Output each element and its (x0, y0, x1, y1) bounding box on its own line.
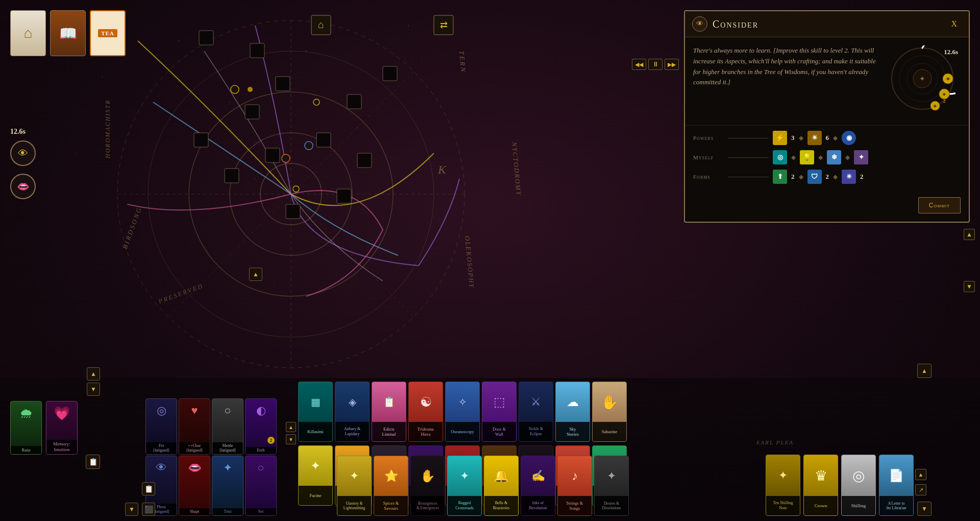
sabazine-card[interactable]: ✋ Sabazine (592, 382, 627, 442)
myself-icon-2: 💡 (800, 150, 814, 164)
cards-down-btn[interactable]: ▼ (286, 434, 296, 444)
consider-title: Consider (713, 18, 946, 30)
inks-label: Inks ofRevelation (521, 496, 555, 515)
sky-stories-card[interactable]: ☁ SkyStories (555, 382, 590, 442)
bells-card[interactable]: 🔔 Bells &Brazieries (484, 456, 519, 516)
svg-point-1 (148, 51, 434, 337)
edicts-card[interactable]: 📋 EdictsLiminal (372, 382, 406, 442)
main-up-nav-btn[interactable]: ▲ (964, 229, 975, 240)
chor-card[interactable]: ♥ ++Chor[fatigued] (179, 398, 210, 455)
bottom-left-4-cards-row2: 👁 Phost[fatigued] 👄 Shapt ✦ Trist ○ Fet (145, 456, 277, 516)
control-down-btn[interactable]: ▼ (87, 383, 100, 396)
svg-point-30 (305, 141, 313, 150)
action-slot-1[interactable]: 📋 (86, 455, 100, 469)
consider-body: There's always more to learn. [Improve t… (685, 37, 969, 125)
bottom-icon-btn[interactable]: 📋 (142, 482, 155, 495)
edicts-label: EdictsLiminal (372, 422, 406, 441)
crown-card[interactable]: ♛ Crown (803, 455, 838, 516)
fet-card[interactable]: ◎ Fet[fatigued] (145, 398, 177, 455)
main-down-nav-btn[interactable]: ▼ (964, 281, 975, 292)
left-scroll-up-btn[interactable]: ▲ (249, 268, 262, 281)
myself-row: Myself ◎ ◆ 💡 ◆ ❄ ◆ ✦ (693, 150, 961, 164)
svg-rect-13 (194, 133, 208, 147)
ereb-card[interactable]: ◐ Ereb 2 (245, 398, 277, 455)
strings-songs-card[interactable]: ♪ Strings &Songs (557, 456, 592, 516)
rewind-btn[interactable]: ◀◀ (632, 59, 646, 70)
letter-card[interactable]: 📄 A Letter tothe Librarian (879, 455, 914, 516)
ragged-crossroads-card[interactable]: ✦ RaggedCrossroads (447, 456, 482, 516)
scroll-down-btn[interactable]: ▼ (917, 502, 932, 516)
right-export-btn[interactable]: ↗ (915, 484, 926, 495)
power-icon-1: ⚡ (773, 131, 787, 145)
fet2-card[interactable]: ○ Fet (245, 456, 277, 516)
svg-rect-10 (250, 43, 264, 58)
anbary-card[interactable]: ◈ Anbary &Lapidary (335, 382, 370, 442)
myself-icon-4: ✦ (854, 150, 868, 164)
door-wall-card[interactable]: ⬚ Door &Wall (482, 382, 517, 442)
commit-button[interactable]: Commit (918, 197, 961, 214)
svg-text:PRESERVED: PRESERVED (157, 282, 205, 305)
svg-text:👁: 👁 (946, 77, 950, 82)
fucine-label: Fucine (299, 486, 332, 505)
ouranoscopy-label: Ouranoscopy (446, 422, 479, 441)
consider-timer: 12.6s (944, 48, 958, 56)
sabazine-label: Sabazine (593, 422, 626, 441)
card-tea[interactable]: TEA (90, 10, 126, 56)
chor-label: ++Chor[fatigued] (179, 442, 210, 454)
memory-card[interactable]: 💗 Memory: Intuition (46, 401, 78, 455)
lips-icon-left[interactable]: 👄 (10, 174, 36, 199)
svg-text:BIRDSONG: BIRDSONG (121, 205, 143, 250)
resurgences-card[interactable]: ✋ Resurgences& Emergences (410, 456, 445, 516)
shilling-card[interactable]: ◎ Shilling (841, 455, 876, 516)
desires-label: Desires &Dissolutions (595, 496, 628, 515)
desires-card[interactable]: ✦ Desires &Dissolutions (594, 456, 629, 516)
svg-rect-17 (347, 94, 361, 109)
forms-icon-3: ✳ (842, 170, 856, 184)
mettle-label: Mettle[fatigued] (212, 442, 243, 454)
glastery-label: Glastery &Lightsmithing (337, 496, 371, 515)
svg-point-27 (248, 87, 253, 92)
left-scroll-down-btn[interactable]: ▼ (125, 503, 138, 516)
killasimi-card[interactable]: ▦ Killasimi (298, 382, 333, 442)
trist-label: Trist (212, 508, 243, 515)
shapt-card[interactable]: 👄 Shapt (179, 456, 210, 516)
power-count-2: 6 (826, 134, 829, 142)
cards-right-up-btn[interactable]: ▲ (915, 469, 926, 480)
scrollbag-btn[interactable]: ⬛ (142, 503, 155, 516)
ten-shilling-card[interactable]: ✦ Ten ShillingNote (766, 455, 800, 516)
mettle-card[interactable]: ○ Mettle[fatigued] (212, 398, 243, 455)
svg-line-7 (168, 72, 413, 317)
glastery-card[interactable]: ✦ Glastery &Lightsmithing (337, 456, 372, 516)
game-map[interactable]: ⌂ ⇄ TERN NYCTODROMY OLEKOSOPHY BIRDSONG … (0, 0, 980, 521)
rain-card[interactable]: 🌧 Rain (10, 401, 42, 455)
scroll-up-btn[interactable]: ▲ (917, 364, 932, 378)
main-cards-row3: ✦ Glastery &Lightsmithing ⭐ Spices &Savo… (337, 456, 629, 516)
card-book[interactable]: 📖 (50, 10, 86, 56)
right-cards-nav: ▲ (915, 469, 926, 480)
power-icon-2: ☀ (807, 131, 822, 145)
spices-card[interactable]: ⭐ Spices &Savours (374, 456, 408, 516)
consider-panel: 👁 Consider X There's always more to lear… (684, 10, 970, 223)
crown-label: Crown (804, 496, 838, 515)
card-white-tower[interactable]: ⌂ (10, 10, 46, 56)
fucine-card[interactable]: ✦ Fucine (298, 445, 333, 506)
sickle-eclipse-card[interactable]: ⚔ Sickle &Eclipse (519, 382, 553, 442)
resurgences-label: Resurgences& Emergences (411, 496, 445, 515)
tridesma-card[interactable]: ☯ TridesmaHiera (408, 382, 443, 442)
fet-label: Fet[fatigued] (146, 442, 177, 454)
svg-rect-15 (265, 148, 280, 162)
trist-card[interactable]: ✦ Trist (212, 456, 243, 516)
svg-point-28 (313, 99, 320, 105)
ouranoscopy-card[interactable]: ✧ Ouranoscopy (445, 382, 480, 442)
forward-btn[interactable]: ▶▶ (665, 59, 679, 70)
control-up-btn[interactable]: ▲ (87, 367, 100, 381)
consider-close-btn[interactable]: X (946, 17, 962, 31)
consider-wheel: 12.6s ✦ 👁 👁 2 (889, 45, 961, 117)
eye-icon-left[interactable]: 👁 (10, 140, 36, 166)
cards-scroll-left: ▲ ▼ (286, 422, 296, 444)
killasimi-label: Killasimi (299, 422, 332, 441)
inks-card[interactable]: ✍ Inks ofRevelation (521, 456, 555, 516)
pause-btn[interactable]: ⏸ (648, 59, 663, 70)
svg-rect-9 (199, 31, 213, 45)
cards-up-btn[interactable]: ▲ (286, 422, 296, 432)
